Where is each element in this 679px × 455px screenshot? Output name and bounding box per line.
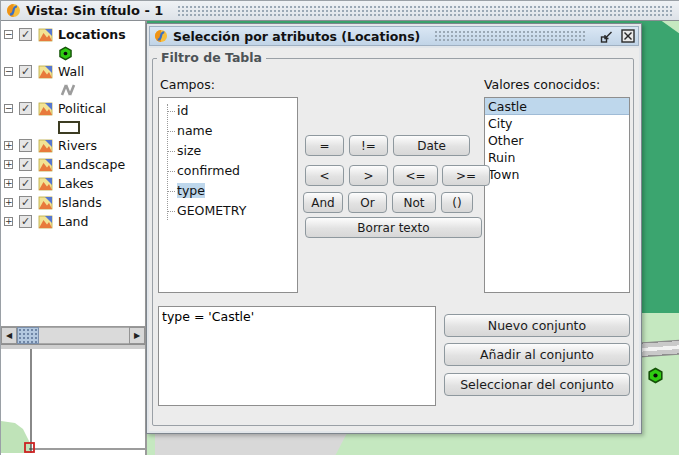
or-button[interactable]: Or: [348, 192, 387, 213]
collapse-icon[interactable]: −: [4, 30, 13, 39]
rectangle-symbol-icon: [58, 121, 80, 134]
close-icon: [621, 29, 635, 43]
window-title: Vista: Sin título - 1: [26, 3, 163, 18]
clear-text-button[interactable]: Borrar texto: [305, 217, 482, 238]
layer-tree: − ✓ Locations − ✓ Wall: [1, 21, 145, 326]
layer-icon: [38, 215, 53, 229]
greater-than-button[interactable]: >: [349, 165, 388, 186]
gvsig-view-window: Vista: Sin título - 1 − ✓ Locations: [0, 0, 679, 455]
parentheses-button[interactable]: (): [441, 192, 473, 213]
field-item[interactable]: id: [159, 101, 297, 121]
layer-row-political[interactable]: − ✓ Political: [1, 99, 145, 118]
scroll-right-button[interactable]: ▶: [129, 327, 145, 344]
layer-label[interactable]: Political: [58, 101, 106, 116]
known-values-label: Valores conocidos:: [484, 77, 600, 92]
field-item[interactable]: size: [159, 141, 297, 161]
layer-row-islands[interactable]: + ✓ Islands: [1, 193, 145, 212]
less-equal-button[interactable]: <=: [393, 165, 438, 186]
add-to-set-button[interactable]: Añadir al conjunto: [444, 343, 630, 366]
greater-equal-button[interactable]: >=: [442, 165, 490, 186]
layer-checkbox[interactable]: ✓: [19, 196, 32, 209]
and-button[interactable]: And: [303, 192, 343, 213]
layer-icon: [38, 28, 53, 42]
expand-icon[interactable]: +: [4, 217, 13, 226]
layer-checkbox[interactable]: ✓: [19, 177, 32, 190]
fields-list[interactable]: id name size confirmed type GEOMETRY: [158, 97, 298, 293]
field-item[interactable]: GEOMETRY: [159, 201, 297, 221]
minimize-button[interactable]: [600, 30, 615, 43]
dialog-logo-icon: [154, 29, 168, 43]
value-item[interactable]: Ruin: [485, 149, 629, 166]
scrollbar-thumb[interactable]: [17, 327, 39, 344]
hatch-symbol-icon: [58, 83, 78, 97]
layer-icon: [38, 65, 53, 79]
field-item[interactable]: confirmed: [159, 161, 297, 181]
layer-icon: [38, 177, 53, 191]
overview-map[interactable]: [1, 349, 145, 455]
expression-textarea[interactable]: type = 'Castle': [158, 306, 436, 406]
layer-icon: [38, 158, 53, 172]
layer-label[interactable]: Land: [58, 214, 88, 229]
layer-label[interactable]: Rivers: [58, 138, 97, 153]
value-item[interactable]: City: [485, 115, 629, 132]
table-of-contents: − ✓ Locations − ✓ Wall: [1, 21, 147, 455]
not-button[interactable]: Not: [392, 192, 436, 213]
political-symbol-row: [1, 118, 145, 136]
date-button[interactable]: Date: [393, 135, 470, 156]
expand-icon[interactable]: +: [4, 198, 13, 207]
locations-symbol-row: [1, 44, 145, 62]
expand-icon[interactable]: +: [4, 179, 13, 188]
wall-symbol-row: [1, 81, 145, 99]
layer-checkbox[interactable]: ✓: [19, 28, 32, 41]
view-window-titlebar[interactable]: Vista: Sin título - 1: [1, 1, 679, 21]
layer-checkbox[interactable]: ✓: [19, 139, 32, 152]
known-values-list[interactable]: Castle City Other Ruin Town: [484, 97, 630, 293]
select-from-set-button[interactable]: Seleccionar del conjunto: [444, 373, 630, 396]
expand-icon[interactable]: +: [4, 160, 13, 169]
hexagon-symbol-icon: [58, 46, 73, 61]
layer-icon: [38, 139, 53, 153]
layer-row-land[interactable]: + ✓ Land: [1, 212, 145, 231]
layer-row-landscape[interactable]: + ✓ Landscape: [1, 155, 145, 174]
layer-label[interactable]: Wall: [58, 64, 84, 79]
minimize-icon: [600, 30, 615, 43]
layer-row-rivers[interactable]: + ✓ Rivers: [1, 136, 145, 155]
less-than-button[interactable]: <: [305, 165, 344, 186]
layer-label[interactable]: Islands: [58, 195, 102, 210]
scrollbar-track[interactable]: [39, 327, 129, 344]
value-item-selected[interactable]: Castle: [485, 98, 629, 115]
gray-area-polygon: [155, 433, 355, 455]
layer-checkbox[interactable]: ✓: [19, 102, 32, 115]
not-equals-button[interactable]: !=: [349, 135, 388, 156]
layer-icon: [38, 196, 53, 210]
value-item[interactable]: Other: [485, 132, 629, 149]
layer-label[interactable]: Lakes: [58, 176, 94, 191]
new-set-button[interactable]: Nuevo conjunto: [444, 314, 630, 337]
expand-icon[interactable]: +: [4, 141, 13, 150]
collapse-icon[interactable]: −: [4, 104, 13, 113]
layer-label[interactable]: Landscape: [58, 157, 125, 172]
value-item[interactable]: Town: [485, 166, 629, 183]
layer-checkbox[interactable]: ✓: [19, 158, 32, 171]
dialog-titlebar[interactable]: Selección por atributos (Locations): [149, 26, 639, 46]
field-item[interactable]: name: [159, 121, 297, 141]
layer-icon: [38, 102, 53, 116]
layer-checkbox[interactable]: ✓: [19, 65, 32, 78]
attribute-selection-dialog: Selección por atributos (Locations) Fil: [146, 23, 642, 434]
app-logo-icon: [6, 3, 21, 18]
layer-row-locations[interactable]: − ✓ Locations: [1, 25, 145, 44]
dialog-title: Selección por atributos (Locations): [173, 29, 420, 44]
layer-row-wall[interactable]: − ✓ Wall: [1, 62, 145, 81]
close-button[interactable]: [621, 29, 635, 43]
layer-checkbox[interactable]: ✓: [19, 215, 32, 228]
collapse-icon[interactable]: −: [4, 67, 13, 76]
fields-label: Campos:: [160, 77, 215, 92]
field-item-selected[interactable]: type: [159, 181, 297, 201]
equals-button[interactable]: =: [305, 135, 344, 156]
layer-label[interactable]: Locations: [58, 27, 126, 42]
location-point-symbol: [647, 367, 664, 384]
toc-horizontal-scrollbar[interactable]: ◀ ▶: [1, 326, 145, 344]
layer-row-lakes[interactable]: + ✓ Lakes: [1, 174, 145, 193]
dialog-content: Filtro de Tabla Campos: id name size con…: [149, 48, 639, 431]
scroll-left-button[interactable]: ◀: [1, 327, 17, 344]
